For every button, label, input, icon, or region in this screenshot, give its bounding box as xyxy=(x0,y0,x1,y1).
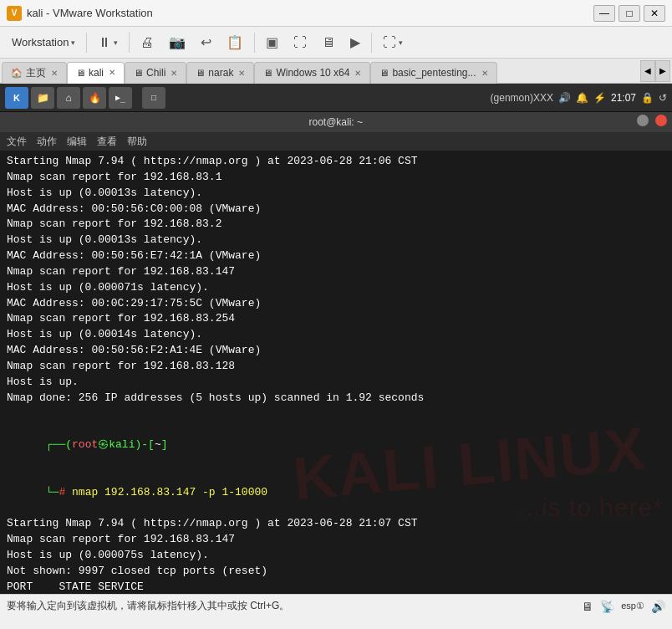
fire-button[interactable]: 🔥 xyxy=(83,87,106,109)
term-line-12: Host is up (0.00014s latency). xyxy=(7,327,665,343)
tab-bar: 🏠 主页 ✕ 🖥 kali ✕ 🖥 Chili ✕ 🖥 narak ✕ 🖥 Wi… xyxy=(0,59,672,84)
terminal-container[interactable]: root@kali: ~ 文件 动作 编辑 查看 帮助 KALI LINUX .… xyxy=(0,112,672,594)
tab-home-label: 主页 xyxy=(26,66,46,80)
term-body[interactable]: KALI LINUX ...is to here* Starting Nmap … xyxy=(0,151,672,594)
term-line-8: Nmap scan report for 192.168.83.147 xyxy=(7,264,665,280)
kali-shortcut-button[interactable]: K xyxy=(5,87,28,109)
tab-narak-label: narak xyxy=(208,67,233,79)
term-line-15: Host is up. xyxy=(7,375,665,391)
restore-icon: ↩ xyxy=(201,34,211,50)
maximize-button[interactable]: □ xyxy=(619,5,640,22)
term-close-btn[interactable] xyxy=(655,115,667,126)
tab-kali[interactable]: 🖥 kali ✕ xyxy=(67,62,125,84)
toolbar-sep-2 xyxy=(129,33,130,53)
pause-dropdown-icon: ▾ xyxy=(114,38,118,47)
tab-win10[interactable]: 🖥 Windows 10 x64 ✕ xyxy=(254,62,370,84)
print-button[interactable]: 🖨 xyxy=(134,32,160,54)
tab-win10-label: Windows 10 x64 xyxy=(276,67,349,79)
restore-button[interactable]: ↩ xyxy=(194,31,218,54)
term-line-16: Nmap done: 256 IP addresses (5 hosts up)… xyxy=(7,391,665,407)
tab-chili-label: Chili xyxy=(146,67,165,79)
status-esp-label: esp① xyxy=(621,601,644,611)
tab-basic-icon: 🖥 xyxy=(379,68,389,78)
refresh-icon[interactable]: ↺ xyxy=(659,92,667,104)
term-title-bar: root@kali: ~ xyxy=(0,112,672,132)
vm-settings-icon: ▣ xyxy=(266,34,278,50)
bell-icon[interactable]: 🔔 xyxy=(576,92,588,104)
clock: 21:07 xyxy=(611,92,636,104)
term-line-13: MAC Address: 00:50:56:F2:A1:4E (VMware) xyxy=(7,343,665,359)
tab-basic[interactable]: 🖥 basic_pentesting... ✕ xyxy=(370,62,496,84)
lock-icon[interactable]: 🔒 xyxy=(641,92,654,104)
term-line-blank1 xyxy=(7,407,665,422)
tab-chili-close[interactable]: ✕ xyxy=(171,69,177,78)
tab-win10-icon: 🖥 xyxy=(263,68,272,78)
vm-name: (genmon)XXX xyxy=(491,92,553,104)
tab-nav-prev[interactable]: ◀ xyxy=(640,60,655,82)
console-icon: ▶ xyxy=(350,34,360,50)
term-cmd-line: └─# nmap 192.168.83.147 -p 1-10000 xyxy=(7,469,665,517)
menu-edit[interactable]: 编辑 xyxy=(67,135,87,149)
tab-basic-label: basic_pentesting... xyxy=(392,67,476,79)
menu-file[interactable]: 文件 xyxy=(7,135,27,149)
title-bar-controls: — □ ✕ xyxy=(593,5,665,22)
menu-action[interactable]: 动作 xyxy=(37,135,57,149)
status-network-icon[interactable]: 📡 xyxy=(600,600,614,613)
term-line-18: Nmap scan report for 192.168.83.147 xyxy=(7,532,665,548)
tab-home-close[interactable]: ✕ xyxy=(51,69,58,78)
clone-button[interactable]: 📋 xyxy=(220,31,250,54)
tab-chili[interactable]: 🖥 Chili ✕ xyxy=(125,62,186,84)
speaker-icon[interactable]: 🔊 xyxy=(558,92,571,104)
vm-settings-button[interactable]: ▣ xyxy=(259,31,285,54)
tab-basic-close[interactable]: ✕ xyxy=(481,69,488,78)
workstation-dropdown-icon: ▾ xyxy=(71,38,75,47)
pause-button[interactable]: ⏸ ▾ xyxy=(91,32,125,54)
vm-toolbar: K 📁 ⌂ 🔥 ▶_ □ (genmon)XXX 🔊 🔔 ⚡ 21:07 🔒 ↺ xyxy=(0,84,672,112)
remote-button[interactable]: ⛶ ▾ xyxy=(376,32,410,54)
tab-home[interactable]: 🏠 主页 ✕ xyxy=(2,62,67,84)
console-button[interactable]: ▶ xyxy=(344,31,367,54)
tab-narak-close[interactable]: ✕ xyxy=(238,69,245,78)
menu-view[interactable]: 查看 xyxy=(97,135,117,149)
term-minimize-btn[interactable] xyxy=(637,115,649,126)
main-toolbar: Workstation ▾ ⏸ ▾ 🖨 📷 ↩ 📋 ▣ ⛶ 🖥 ▶ ⛶ ▾ xyxy=(0,27,672,59)
term-line-9: Host is up (0.000071s latency). xyxy=(7,280,665,296)
tab-kali-close[interactable]: ✕ xyxy=(109,68,115,77)
term-line-19: Host is up (0.000075s latency). xyxy=(7,548,665,564)
terminal-button[interactable]: ▶_ xyxy=(109,87,132,109)
tab-chili-icon: 🖥 xyxy=(134,68,143,78)
tab-home-icon: 🏠 xyxy=(11,68,23,79)
term-line-5: Nmap scan report for 192.168.83.2 xyxy=(7,217,665,233)
term-title: root@kali: ~ xyxy=(38,116,634,128)
tab-nav-next[interactable]: ▶ xyxy=(655,60,670,82)
tab-narak[interactable]: 🖥 narak ✕ xyxy=(186,62,254,84)
term-line-2: Nmap scan report for 192.168.83.1 xyxy=(7,170,665,186)
title-bar-title: kali - VMware Workstation xyxy=(27,7,153,19)
term-menu-bar: 文件 动作 编辑 查看 帮助 xyxy=(0,132,672,151)
terminal2-button[interactable]: □ xyxy=(142,87,165,109)
status-monitor-icon[interactable]: 🖥 xyxy=(582,600,593,613)
tab-win10-close[interactable]: ✕ xyxy=(354,69,361,78)
status-volume-icon[interactable]: 🔊 xyxy=(651,600,665,613)
fullscreen-button[interactable]: ⛶ xyxy=(287,32,313,54)
term-line-10: MAC Address: 00:0C:29:17:75:5C (VMware) xyxy=(7,296,665,312)
folder-button[interactable]: 📁 xyxy=(31,87,54,109)
snapshot-button[interactable]: 📷 xyxy=(162,31,192,54)
bolt-icon[interactable]: ⚡ xyxy=(593,92,606,104)
fullscreen-icon: ⛶ xyxy=(293,35,307,50)
term-line-11: Nmap scan report for 192.168.83.254 xyxy=(7,311,665,327)
workstation-menu-button[interactable]: Workstation ▾ xyxy=(5,33,82,52)
screen-button[interactable]: 🖥 xyxy=(315,32,342,54)
menu-help[interactable]: 帮助 xyxy=(127,135,147,149)
print-icon: 🖨 xyxy=(140,35,154,50)
status-bar: 要将输入定向到该虚拟机，请将鼠标指针移入其中或按 Ctrl+G。 🖥 📡 esp… xyxy=(0,594,672,617)
term-line-14: Nmap scan report for 192.168.83.128 xyxy=(7,359,665,375)
home-button[interactable]: ⌂ xyxy=(57,87,80,109)
screen-icon: 🖥 xyxy=(322,35,335,50)
tab-kali-icon: 🖥 xyxy=(76,68,85,78)
term-line-4: MAC Address: 00:50:56:C0:00:08 (VMware) xyxy=(7,202,665,217)
close-button[interactable]: ✕ xyxy=(644,5,665,22)
minimize-button[interactable]: — xyxy=(593,5,615,22)
term-prompt-line: ┌──(root㉿kali)-[~] xyxy=(7,422,665,469)
snapshot-icon: 📷 xyxy=(169,34,186,50)
